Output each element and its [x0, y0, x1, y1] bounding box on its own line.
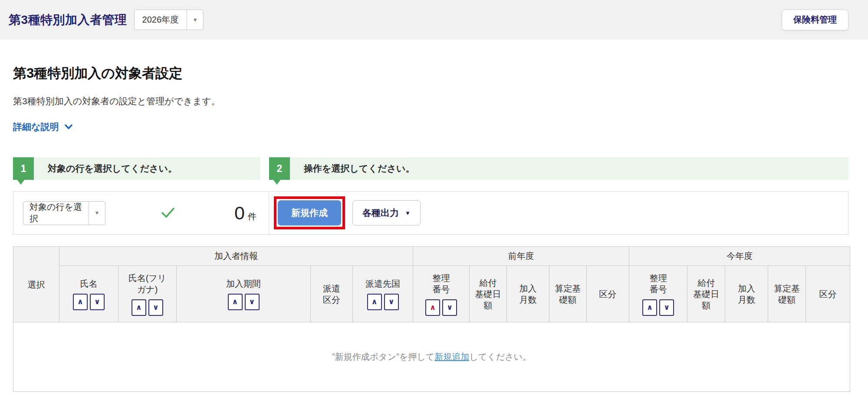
sort-desc-button[interactable]: ∨ — [659, 299, 674, 316]
header-prev-enrollment-months: 加入 月数 — [507, 266, 549, 322]
step-1-text: 対象の行を選択してください。 — [48, 162, 177, 175]
row-select-value: 対象の行を選択 — [23, 202, 89, 225]
header-curr-category: 区分 — [806, 266, 850, 322]
header-enrollment-period: 加入期間 ∧ ∨ — [177, 266, 311, 322]
header-curr-benefit-base-daily: 給付 基礎日額 — [687, 266, 725, 322]
selected-count: 0 件 — [234, 202, 256, 224]
toolbar-action-zone: 新規作成 各種出力 ▼ — [269, 196, 421, 229]
header-name-kana: 氏名(フリ ガナ) ∧ ∨ — [118, 266, 177, 322]
page-description: 第3種特別加入の対象者の設定と管理ができます。 — [13, 95, 848, 107]
row-select-dropdown[interactable]: 対象の行を選択 ▼ — [23, 201, 105, 225]
checkmark-icon — [161, 207, 175, 219]
step-2-text: 操作を選択してください。 — [304, 162, 414, 175]
step-2-banner: 2 操作を選択してください。 — [269, 157, 848, 180]
header-select: 選択 — [13, 247, 59, 322]
header-group-member-info: 加入者情報 — [59, 247, 413, 266]
export-button-label: 各種出力 — [362, 207, 399, 219]
premium-management-button[interactable]: 保険料管理 — [782, 10, 848, 30]
sort-asc-button[interactable]: ∧ — [367, 294, 382, 310]
empty-state-message: ”新規作成ボタン”を押して新規追加してください。 — [332, 352, 531, 361]
fiscal-year-select[interactable]: 2026年度 ▼ — [134, 10, 204, 30]
create-new-button[interactable]: 新規作成 — [278, 200, 341, 225]
selected-count-unit: 件 — [248, 211, 256, 222]
detail-toggle-link[interactable]: 詳細な説明 — [13, 121, 72, 133]
header-dispatch-country: 派遣先国 ∧ ∨ — [353, 266, 413, 322]
participants-table: 選択 加入者情報 前年度 今年度 氏名 ∧ ∨ — [13, 246, 850, 392]
empty-row: ”新規作成ボタン”を押して新規追加してください。 — [13, 322, 850, 392]
header-curr-reference-number: 整理 番号 ∧ ∨ — [629, 266, 687, 322]
annotation-highlight-box: 新規作成 — [274, 196, 345, 229]
sort-asc-button-active[interactable]: ∧ — [425, 299, 440, 316]
header-group-current-year: 今年度 — [629, 247, 850, 266]
participants-table-wrap: 選択 加入者情報 前年度 今年度 氏名 ∧ ∨ — [13, 246, 848, 392]
step-banners: 1 対象の行を選択してください。 2 操作を選択してください。 — [13, 157, 848, 180]
header-name: 氏名 ∧ ∨ — [59, 266, 118, 322]
chevron-down-icon — [65, 124, 72, 129]
header-prev-reference-number: 整理 番号 ∧ ∨ — [413, 266, 470, 322]
sort-asc-button[interactable]: ∧ — [73, 294, 88, 310]
caret-down-icon: ▼ — [89, 202, 105, 225]
header-prev-benefit-base-daily: 給付 基礎日額 — [470, 266, 507, 322]
sort-desc-button[interactable]: ∨ — [148, 299, 163, 316]
fiscal-year-value: 2026年度 — [135, 10, 187, 30]
step-1-banner: 1 対象の行を選択してください。 — [13, 157, 260, 180]
empty-state-cell: ”新規作成ボタン”を押して新規追加してください。 — [13, 322, 850, 392]
selected-count-value: 0 — [234, 202, 245, 224]
sort-asc-button[interactable]: ∧ — [228, 294, 243, 310]
header-curr-calculation-base: 算定基 礎額 — [768, 266, 806, 322]
app-title: 第3種特別加入者管理 — [9, 12, 127, 28]
empty-message-suffix: してください。 — [469, 352, 531, 361]
sort-desc-button[interactable]: ∨ — [384, 294, 399, 310]
top-header-band: 第3種特別加入者管理 2026年度 ▼ 保険料管理 — [0, 0, 868, 40]
main-content: 第3種特別加入の対象者設定 第3種特別加入の対象者の設定と管理ができます。 詳細… — [0, 64, 868, 392]
header-group-previous-year: 前年度 — [413, 247, 629, 266]
sort-desc-button[interactable]: ∨ — [442, 299, 457, 316]
toolbar-selection-zone: 対象の行を選択 ▼ 0 件 — [13, 192, 269, 234]
step-1-badge: 1 — [13, 157, 34, 180]
detail-link-label: 詳細な説明 — [13, 121, 59, 133]
header-prev-calculation-base: 算定基 礎額 — [549, 266, 587, 322]
step-2-badge: 2 — [269, 157, 290, 180]
header-dispatch-category: 派遣 区分 — [311, 266, 353, 322]
sort-desc-button[interactable]: ∨ — [245, 294, 260, 310]
sort-desc-button[interactable]: ∨ — [90, 294, 105, 310]
empty-message-prefix: ”新規作成ボタン”を押して — [332, 352, 434, 361]
caret-down-icon: ▼ — [405, 210, 411, 216]
header-curr-enrollment-months: 加入 月数 — [725, 266, 768, 322]
page-title: 第3種特別加入の対象者設定 — [13, 64, 848, 83]
caret-down-icon: ▼ — [187, 10, 203, 30]
create-new-link[interactable]: 新規追加 — [434, 352, 469, 361]
action-toolbar: 対象の行を選択 ▼ 0 件 新規作成 各種出力 ▼ — [13, 191, 848, 235]
sort-asc-button[interactable]: ∧ — [642, 299, 657, 316]
header-prev-category: 区分 — [587, 266, 629, 322]
sort-asc-button[interactable]: ∧ — [132, 299, 146, 316]
export-menu-button[interactable]: 各種出力 ▼ — [352, 200, 421, 225]
